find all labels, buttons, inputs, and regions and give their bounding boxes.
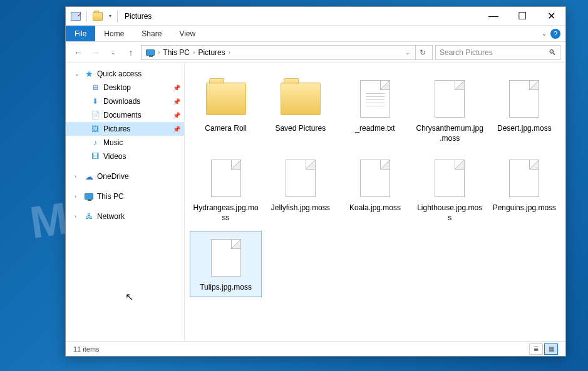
file-item[interactable]: Desert.jpg.moss [488, 72, 560, 148]
folder-item[interactable]: Saved Pictures [264, 72, 336, 148]
sidebar-this-pc[interactable]: › This PC [66, 190, 184, 203]
breadcrumb-pictures[interactable]: Pictures [196, 48, 227, 57]
file-item[interactable]: Chrysanthemum.jpg.moss [414, 72, 486, 148]
pin-icon: 📌 [173, 126, 180, 133]
sidebar-network[interactable]: › 🖧 Network [66, 210, 184, 223]
ribbon-tab-view[interactable]: View [170, 26, 204, 41]
item-name-label: Tulips.jpg.moss [200, 283, 252, 293]
sidebar-item-label: Quick access [97, 69, 180, 78]
sidebar-item-desktop[interactable]: 🖥Desktop📌 [66, 81, 184, 94]
help-icon[interactable]: ? [550, 29, 560, 39]
chevron-right-icon[interactable]: › [157, 49, 161, 56]
videos-icon: 🎞 [90, 152, 101, 161]
file-icon [435, 80, 465, 118]
navigation-pane: ⌄ ★ Quick access 🖥Desktop📌⬇Downloads📌📄Do… [66, 63, 185, 341]
qat-properties-icon[interactable] [68, 9, 83, 23]
sidebar-onedrive[interactable]: › ☁ OneDrive [66, 170, 184, 183]
sidebar-item-label: This PC [97, 192, 180, 201]
address-dropdown-icon[interactable]: ⌄ [403, 49, 413, 56]
sidebar-item-label: Pictures [103, 125, 170, 133]
up-button[interactable]: ↑ [123, 45, 138, 60]
file-icon [509, 160, 539, 197]
file-item[interactable]: Jellyfish.jpg.moss [264, 151, 336, 227]
quick-access-toolbar: ▾ [66, 9, 122, 23]
close-button[interactable]: ✕ [537, 7, 565, 26]
recent-locations-icon[interactable]: ⌄ [106, 45, 121, 60]
sidebar-item-documents[interactable]: 📄Documents📌 [66, 108, 184, 122]
item-name-label: Chrysanthemum.jpg.moss [416, 124, 484, 143]
folder-icon [281, 83, 321, 115]
sidebar-item-label: Network [97, 212, 180, 221]
file-icon [509, 80, 539, 118]
sidebar-quick-access[interactable]: ⌄ ★ Quick access [66, 67, 184, 81]
sidebar-item-label: OneDrive [97, 172, 180, 181]
item-name-label: _readme.txt [355, 124, 395, 134]
item-name-label: Desert.jpg.moss [497, 124, 552, 134]
file-icon [286, 160, 316, 197]
items-view[interactable]: Camera RollSaved Pictures_readme.txtChry… [185, 63, 565, 341]
desktop-icon: 🖥 [90, 83, 101, 92]
item-name-label: Lighthouse.jpg.moss [416, 203, 484, 223]
details-view-button[interactable]: ≣ [529, 343, 543, 355]
folder-item[interactable]: Camera Roll [190, 72, 262, 148]
address-bar-row: ← → ⌄ ↑ › This PC › Pictures › ⌄ ↻ Searc… [66, 42, 565, 63]
pin-icon: 📌 [173, 84, 180, 91]
music-icon: ♪ [90, 138, 101, 147]
window-title: Pictures [122, 12, 152, 21]
item-name-label: Hydrangeas.jpg.moss [192, 203, 260, 223]
file-item[interactable]: Tulips.jpg.moss [190, 231, 262, 297]
chevron-right-icon[interactable]: › [192, 49, 196, 56]
sidebar-item-pictures[interactable]: 🖼Pictures📌 [66, 122, 184, 136]
search-input[interactable]: Search Pictures 🔍︎ [435, 45, 560, 60]
body-area: ⌄ ★ Quick access 🖥Desktop📌⬇Downloads📌📄Do… [66, 63, 565, 341]
crumb-root-icon[interactable] [144, 49, 157, 56]
address-bar[interactable]: › This PC › Pictures › ⌄ ↻ [141, 45, 433, 60]
ribbon-right: ⌄ ? [542, 26, 565, 41]
file-icon [360, 160, 390, 197]
file-item[interactable]: Hydrangeas.jpg.moss [190, 151, 262, 227]
file-icon [435, 160, 465, 197]
ribbon-tabs: File Home Share View ⌄ ? [66, 26, 565, 42]
ribbon-tab-share[interactable]: Share [133, 26, 170, 41]
file-item[interactable]: Penguins.jpg.moss [488, 151, 560, 227]
file-icon [211, 239, 241, 277]
file-item[interactable]: _readme.txt [339, 72, 411, 148]
documents-icon: 📄 [90, 111, 101, 119]
ribbon-tab-home[interactable]: Home [95, 26, 133, 41]
file-item[interactable]: Koala.jpg.moss [339, 151, 411, 227]
cloud-icon: ☁ [83, 172, 95, 181]
search-icon[interactable]: 🔍︎ [549, 48, 556, 57]
chevron-right-icon[interactable]: › [75, 193, 81, 200]
star-icon: ★ [83, 69, 95, 79]
ribbon-tab-file[interactable]: File [66, 26, 95, 41]
item-name-label: Camera Roll [205, 124, 247, 134]
sidebar-item-downloads[interactable]: ⬇Downloads📌 [66, 94, 184, 108]
file-icon [211, 160, 241, 197]
large-icons-view-button[interactable]: ▦ [544, 343, 558, 355]
chevron-down-icon[interactable]: ⌄ [75, 71, 81, 77]
minimize-button[interactable]: — [479, 7, 508, 26]
item-name-label: Penguins.jpg.moss [493, 203, 556, 213]
sidebar-item-label: Videos [103, 152, 180, 161]
sidebar-item-music[interactable]: ♪Music [66, 136, 184, 150]
sidebar-item-videos[interactable]: 🎞Videos [66, 150, 184, 163]
sidebar-item-label: Desktop [103, 83, 170, 92]
qat-dropdown-icon[interactable]: ▾ [106, 13, 114, 19]
status-bar: 11 items ≣ ▦ [66, 341, 565, 356]
chevron-right-icon[interactable]: › [75, 173, 81, 180]
item-name-label: Jellyfish.jpg.moss [271, 203, 330, 213]
network-icon: 🖧 [83, 212, 95, 221]
search-placeholder: Search Pictures [440, 48, 493, 57]
chevron-right-icon[interactable]: › [227, 49, 232, 56]
forward-button[interactable]: → [88, 45, 103, 60]
qat-folder-icon[interactable] [90, 9, 105, 23]
back-button[interactable]: ← [71, 45, 86, 60]
ribbon-expand-icon[interactable]: ⌄ [542, 30, 547, 37]
item-name-label: Koala.jpg.moss [349, 203, 401, 213]
file-item[interactable]: Lighthouse.jpg.moss [414, 151, 486, 227]
refresh-button[interactable]: ↻ [415, 46, 430, 59]
breadcrumb-this-pc[interactable]: This PC [161, 48, 192, 57]
pin-icon: 📌 [173, 98, 180, 105]
maximize-button[interactable]: ☐ [508, 7, 537, 26]
chevron-right-icon[interactable]: › [75, 213, 81, 220]
